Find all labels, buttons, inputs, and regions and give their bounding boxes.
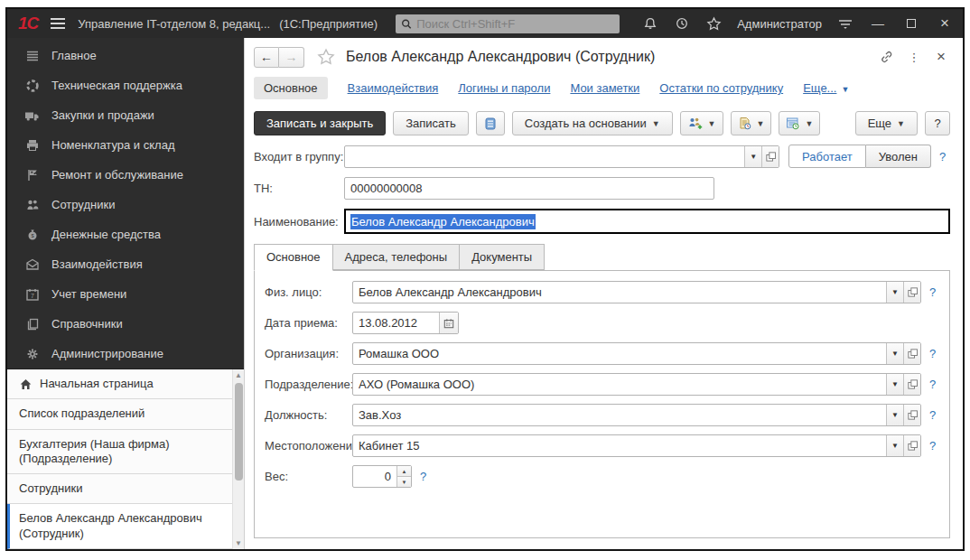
weight-field[interactable]: ▲ ▼ — [352, 465, 412, 488]
scroll-up-icon[interactable]: ▲ — [235, 369, 242, 381]
tab-main-current[interactable]: Основное — [254, 77, 328, 99]
sidebar-item-purchases-sales[interactable]: Закупки и продажи — [7, 100, 244, 130]
register-records-icon — [483, 117, 498, 131]
group-input[interactable] — [345, 146, 744, 167]
history-icon[interactable] — [674, 15, 690, 32]
tab-main[interactable]: Основное — [254, 244, 333, 271]
close-icon[interactable]: × — [936, 14, 954, 33]
person-combo[interactable]: ▼ — [352, 281, 921, 303]
hire-date-input[interactable] — [353, 313, 439, 333]
window-item-accounting[interactable]: Бухгалтерия (Наша фирма) (Подразделение) — [7, 430, 232, 475]
sidebar-item-repair[interactable]: Ремонт и обслуживание — [7, 160, 244, 190]
department-help[interactable]: ? — [929, 378, 940, 391]
more-actions-icon[interactable]: ⋮ — [905, 51, 923, 64]
department-input[interactable] — [353, 374, 886, 395]
create-based-on-button[interactable]: Создать на основании▼ — [512, 111, 673, 135]
person-help[interactable]: ? — [929, 285, 940, 299]
link-logins-passwords[interactable]: Логины и пароли — [458, 81, 550, 95]
hire-date-field[interactable] — [352, 312, 459, 334]
back-button[interactable]: ← — [254, 47, 279, 68]
save-and-close-button[interactable]: Записать и закрыть — [254, 111, 386, 135]
name-input-focused[interactable]: Белов Александр Александрович — [344, 209, 950, 234]
organization-input[interactable] — [353, 343, 886, 364]
window-item-belov-active[interactable]: Белов Александр Александрович (Сотрудник… — [7, 504, 232, 549]
open-value-icon[interactable] — [761, 146, 779, 167]
minimize-icon[interactable]: — — [869, 16, 887, 31]
sidebar-item-main[interactable]: Главное — [7, 41, 244, 70]
person-input[interactable] — [353, 282, 886, 303]
maximize-icon[interactable] — [902, 16, 920, 31]
favorite-star-icon[interactable] — [317, 48, 335, 66]
tab-documents[interactable]: Документы — [459, 244, 545, 270]
open-value-icon[interactable] — [903, 405, 920, 425]
window-item-home[interactable]: Начальная страница — [7, 369, 232, 399]
spin-up-icon[interactable]: ▲ — [397, 466, 411, 477]
dropdown-arrow-icon[interactable]: ▼ — [886, 374, 903, 395]
forward-button[interactable]: → — [279, 47, 304, 68]
spin-down-icon[interactable]: ▼ — [397, 477, 411, 487]
status-working-button[interactable]: Работает — [788, 145, 866, 168]
register-records-button[interactable] — [476, 111, 505, 135]
sidebar-item-employees[interactable]: Сотрудники — [7, 190, 244, 219]
more-button[interactable]: Еще▼ — [855, 111, 918, 135]
position-combo[interactable]: ▼ — [352, 404, 921, 426]
add-employee-button[interactable]: ▼ — [680, 111, 723, 135]
open-value-icon[interactable] — [903, 435, 920, 456]
location-help[interactable]: ? — [929, 439, 940, 453]
link-employee-balances[interactable]: Остатки по сотруднику — [659, 81, 783, 95]
open-value-icon[interactable] — [903, 374, 920, 395]
save-button[interactable]: Записать — [393, 111, 469, 135]
report-clock-button[interactable]: ▼ — [779, 111, 820, 135]
group-combo[interactable]: ▼ — [344, 145, 779, 168]
nav-more-button[interactable]: Еще...▼ — [803, 81, 849, 95]
scroll-thumb[interactable] — [235, 383, 243, 481]
position-help[interactable]: ? — [929, 408, 940, 422]
search-input[interactable] — [416, 17, 614, 31]
dropdown-arrow-icon[interactable]: ▼ — [886, 405, 903, 425]
close-form-icon[interactable]: × — [932, 48, 950, 66]
sidebar-item-interactions[interactable]: Взаимодействия — [7, 249, 244, 279]
app-edition: (1С:Предприятие) — [279, 17, 378, 31]
favorites-star-icon[interactable] — [705, 15, 722, 32]
organization-help[interactable]: ? — [929, 347, 940, 360]
sidebar-item-time-tracking[interactable]: 7 Учет времени — [7, 279, 244, 309]
main-menu-icon[interactable] — [51, 18, 65, 29]
tab-addresses-phones[interactable]: Адреса, телефоны — [332, 244, 461, 270]
calendar-picker-icon[interactable] — [439, 313, 458, 333]
global-search[interactable] — [396, 14, 620, 33]
location-combo[interactable]: ▼ — [352, 434, 921, 457]
tune-icon[interactable] — [837, 15, 853, 32]
position-input[interactable] — [353, 405, 886, 425]
location-input[interactable] — [353, 435, 886, 456]
get-link-icon[interactable] — [878, 50, 896, 64]
sidebar-item-money[interactable]: s Денежные средства — [7, 219, 244, 249]
tn-input[interactable] — [344, 177, 714, 200]
window-item-departments-list[interactable]: Список подразделений — [7, 399, 232, 429]
weight-input[interactable] — [353, 466, 396, 487]
sidebar-item-tech-support[interactable]: Техническая поддержка — [7, 70, 244, 100]
current-user[interactable]: Администратор — [737, 17, 822, 31]
dropdown-arrow-icon[interactable]: ▼ — [744, 146, 761, 167]
location-row: Местоположение: ▼ ? — [265, 434, 940, 457]
dropdown-arrow-icon[interactable]: ▼ — [886, 435, 903, 456]
help-button[interactable]: ? — [925, 111, 950, 135]
link-my-notes[interactable]: Мои заметки — [570, 81, 639, 95]
bell-icon[interactable] — [642, 15, 658, 32]
open-value-icon[interactable] — [903, 343, 920, 364]
open-value-icon[interactable] — [903, 282, 920, 303]
department-combo[interactable]: ▼ — [352, 373, 921, 396]
weight-help[interactable]: ? — [420, 470, 431, 483]
sidebar-item-nomenclature[interactable]: Номенклатура и склад — [7, 130, 244, 160]
scroll-down-icon[interactable]: ▼ — [235, 537, 242, 549]
sidebar-item-administration[interactable]: Администрирование — [7, 339, 244, 369]
sidebar-item-catalogs[interactable]: Справочники — [7, 309, 244, 339]
link-interactions[interactable]: Взаимодействия — [348, 81, 439, 95]
windows-scrollbar[interactable]: ▲ ▼ — [232, 369, 244, 549]
group-help[interactable]: ? — [939, 150, 950, 163]
dropdown-arrow-icon[interactable]: ▼ — [886, 282, 903, 303]
organization-combo[interactable]: ▼ — [352, 342, 921, 365]
document-clock-button[interactable]: ▼ — [731, 111, 772, 135]
status-fired-button[interactable]: Уволен — [866, 145, 931, 168]
dropdown-arrow-icon[interactable]: ▼ — [886, 343, 903, 364]
window-item-employees[interactable]: Сотрудники — [7, 474, 232, 504]
